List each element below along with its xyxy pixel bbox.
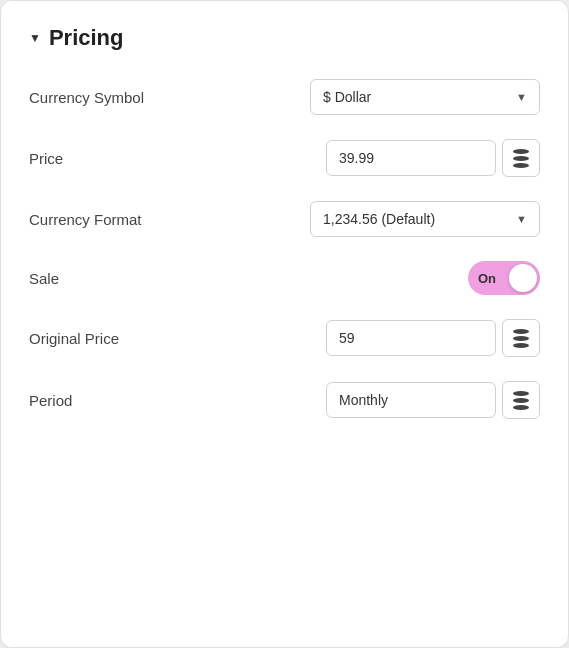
database-icon (513, 391, 529, 410)
toggle-on-label: On (478, 271, 496, 286)
currency-format-label: Currency Format (29, 211, 142, 228)
currency-symbol-control: $ Dollar ▼ (310, 79, 540, 115)
currency-symbol-label: Currency Symbol (29, 89, 144, 106)
currency-symbol-value: $ Dollar (323, 89, 371, 105)
price-control (326, 139, 540, 177)
sale-label: Sale (29, 270, 59, 287)
original-price-control (326, 319, 540, 357)
original-price-input[interactable] (326, 320, 496, 356)
price-row: Price (29, 139, 540, 177)
currency-format-control: 1,234.56 (Default) ▼ (310, 201, 540, 237)
section-header: ▼ Pricing (29, 25, 540, 51)
period-control (326, 381, 540, 419)
currency-format-row: Currency Format 1,234.56 (Default) ▼ (29, 201, 540, 237)
period-row: Period (29, 381, 540, 419)
period-input[interactable] (326, 382, 496, 418)
currency-format-value: 1,234.56 (Default) (323, 211, 435, 227)
price-input[interactable] (326, 140, 496, 176)
database-icon (513, 149, 529, 168)
sale-toggle[interactable]: On (468, 261, 540, 295)
currency-format-select[interactable]: 1,234.56 (Default) ▼ (310, 201, 540, 237)
period-db-button[interactable] (502, 381, 540, 419)
original-price-label: Original Price (29, 330, 119, 347)
sale-row: Sale On (29, 261, 540, 295)
chevron-down-icon: ▼ (516, 213, 527, 225)
collapse-chevron-icon[interactable]: ▼ (29, 31, 41, 45)
currency-symbol-row: Currency Symbol $ Dollar ▼ (29, 79, 540, 115)
price-db-button[interactable] (502, 139, 540, 177)
original-price-db-button[interactable] (502, 319, 540, 357)
toggle-thumb (509, 264, 537, 292)
pricing-card: ▼ Pricing Currency Symbol $ Dollar ▼ Pri… (0, 0, 569, 648)
original-price-row: Original Price (29, 319, 540, 357)
sale-control: On (468, 261, 540, 295)
chevron-down-icon: ▼ (516, 91, 527, 103)
period-label: Period (29, 392, 72, 409)
toggle-track[interactable]: On (468, 261, 540, 295)
database-icon (513, 329, 529, 348)
section-title: Pricing (49, 25, 124, 51)
currency-symbol-select[interactable]: $ Dollar ▼ (310, 79, 540, 115)
price-label: Price (29, 150, 63, 167)
